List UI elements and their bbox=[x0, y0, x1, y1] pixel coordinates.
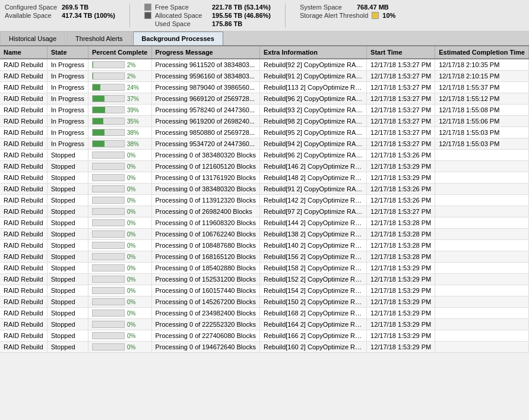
progress-label: 0% bbox=[127, 186, 142, 192]
cell-start-time: 12/17/18 1:53:27 PM bbox=[367, 105, 435, 116]
cell-state: In Progress bbox=[47, 138, 88, 150]
cell-est-completion bbox=[435, 308, 529, 319]
table-row: RAID RebuildStopped0%Processing 0 of 160… bbox=[0, 285, 529, 296]
progress-bar-fill bbox=[93, 107, 105, 113]
cell-progress-msg: Processing 0 of 121605120 Blocks bbox=[151, 161, 259, 172]
progress-label: 0% bbox=[127, 197, 142, 204]
cell-progress-msg: Processing 0 of 108487680 Blocks bbox=[151, 240, 259, 251]
progress-bar-bg bbox=[92, 84, 125, 91]
progress-label: 0% bbox=[127, 231, 142, 238]
cell-name: RAID Rebuild bbox=[0, 330, 47, 342]
system-space-section: System Space 768.47 MB Storage Alert Thr… bbox=[300, 4, 395, 19]
cell-start-time: 12/17/18 1:53:27 PM bbox=[367, 82, 435, 93]
progress-label: 0% bbox=[127, 288, 142, 294]
progress-label: 0% bbox=[127, 344, 142, 350]
cell-name: RAID Rebuild bbox=[0, 59, 47, 71]
progress-label: 0% bbox=[127, 209, 142, 215]
cell-percent: 0% bbox=[88, 296, 151, 308]
cell-progress-msg: Processing 0 of 131761920 Blocks bbox=[151, 172, 259, 184]
cell-state: In Progress bbox=[47, 93, 88, 105]
cell-percent: 0% bbox=[88, 342, 151, 353]
progress-bar-fill bbox=[93, 141, 104, 147]
progress-bar-bg bbox=[92, 72, 125, 80]
progress-bar-fill bbox=[93, 118, 104, 124]
used-space-value: 175.86 TB bbox=[212, 20, 242, 27]
progress-label: 2% bbox=[127, 62, 142, 68]
cell-name: RAID Rebuild bbox=[0, 217, 47, 229]
cell-extra: Rebuild[97 2] CopyOptimize RAID... bbox=[259, 206, 366, 217]
table-container: Name State Percent Complete Progress Mes… bbox=[0, 46, 529, 353]
cell-name: RAID Rebuild bbox=[0, 285, 47, 296]
cell-est-completion bbox=[435, 240, 529, 251]
cell-extra: Rebuild[113 2] CopyOptimize RAI... bbox=[259, 82, 366, 93]
cell-progress-msg: Processing 9611520 of 3834803... bbox=[151, 59, 259, 71]
free-space-swatch bbox=[144, 4, 151, 11]
progress-bar-bg bbox=[92, 321, 125, 328]
cell-start-time: 12/17/18 1:53:29 PM bbox=[367, 263, 435, 274]
cell-percent: 35% bbox=[88, 116, 151, 127]
cell-percent: 0% bbox=[88, 161, 151, 172]
cell-name: RAID Rebuild bbox=[0, 82, 47, 93]
table-row: RAID RebuildStopped0%Processing 0 of 194… bbox=[0, 342, 529, 353]
cell-percent: 24% bbox=[88, 82, 151, 93]
cell-est-completion bbox=[435, 330, 529, 342]
cell-start-time: 12/17/18 1:53:27 PM bbox=[367, 206, 435, 217]
table-row: RAID RebuildStopped0%Processing 0 of 383… bbox=[0, 150, 529, 161]
cell-state: Stopped bbox=[47, 263, 88, 274]
tab-threshold[interactable]: Threshold Alerts bbox=[66, 31, 131, 45]
cell-name: RAID Rebuild bbox=[0, 127, 47, 138]
progress-bar-bg bbox=[92, 106, 125, 113]
cell-percent: 0% bbox=[88, 263, 151, 274]
cell-state: Stopped bbox=[47, 274, 88, 285]
cell-percent: 0% bbox=[88, 217, 151, 229]
cell-est-completion bbox=[435, 274, 529, 285]
cell-name: RAID Rebuild bbox=[0, 240, 47, 251]
cell-progress-msg: Processing 0 of 106762240 Blocks bbox=[151, 229, 259, 240]
progress-label: 24% bbox=[127, 84, 142, 91]
progress-label: 39% bbox=[127, 107, 142, 113]
cell-name: RAID Rebuild bbox=[0, 195, 47, 206]
cell-state: In Progress bbox=[47, 105, 88, 116]
cell-state: Stopped bbox=[47, 229, 88, 240]
cell-progress-msg: Processing 0 of 194672640 Blocks bbox=[151, 342, 259, 353]
cell-extra: Rebuild[164 2] CopyOptimize RAI... bbox=[259, 319, 366, 330]
cell-name: RAID Rebuild bbox=[0, 93, 47, 105]
cell-progress-msg: Processing 0 of 383480320 Blocks bbox=[151, 184, 259, 195]
progress-label: 0% bbox=[127, 254, 142, 260]
progress-bar-bg bbox=[92, 163, 125, 170]
cell-name: RAID Rebuild bbox=[0, 105, 47, 116]
cell-state: In Progress bbox=[47, 116, 88, 127]
cell-progress-msg: Processing 0 of 222552320 Blocks bbox=[151, 319, 259, 330]
cell-state: Stopped bbox=[47, 319, 88, 330]
cell-est-completion bbox=[435, 251, 529, 263]
free-space-value: 221.78 TB (53.14%) bbox=[212, 4, 271, 11]
cell-start-time: 12/17/18 1:53:28 PM bbox=[367, 217, 435, 229]
col-start: Start Time bbox=[367, 46, 435, 59]
progress-bar-bg bbox=[92, 242, 125, 249]
table-row: RAID RebuildStopped0%Processing 0 of 222… bbox=[0, 319, 529, 330]
cell-progress-msg: Processing 0 of 119608320 Blocks bbox=[151, 217, 259, 229]
cell-est-completion bbox=[435, 172, 529, 184]
tab-historical[interactable]: Historical Usage bbox=[0, 31, 65, 45]
table-body: RAID RebuildIn Progress2%Processing 9611… bbox=[0, 59, 529, 353]
progress-bar-bg bbox=[92, 129, 125, 136]
cell-state: Stopped bbox=[47, 161, 88, 172]
cell-start-time: 12/17/18 1:53:27 PM bbox=[367, 116, 435, 127]
cell-name: RAID Rebuild bbox=[0, 116, 47, 127]
tabs-bar: Historical Usage Threshold Alerts Backgr… bbox=[0, 31, 529, 46]
free-space-label: Free Space bbox=[155, 4, 208, 11]
cell-est-completion bbox=[435, 263, 529, 274]
progress-bar-bg bbox=[92, 287, 125, 294]
cell-est-completion: 12/17/18 1:55:06 PM bbox=[435, 116, 529, 127]
table-row: RAID RebuildIn Progress24%Processing 987… bbox=[0, 82, 529, 93]
tab-background[interactable]: Background Processes bbox=[133, 31, 223, 45]
cell-name: RAID Rebuild bbox=[0, 296, 47, 308]
cell-percent: 0% bbox=[88, 240, 151, 251]
cell-extra: Rebuild[95 2] CopyOptimize RAID... bbox=[259, 127, 366, 138]
cell-name: RAID Rebuild bbox=[0, 229, 47, 240]
progress-bar-bg bbox=[92, 95, 125, 102]
table-row: RAID RebuildIn Progress37%Processing 966… bbox=[0, 93, 529, 105]
table-row: RAID RebuildStopped0%Processing 0 of 131… bbox=[0, 172, 529, 184]
table-row: RAID RebuildStopped0%Processing 0 of 119… bbox=[0, 217, 529, 229]
cell-extra: Rebuild[91 2] CopyOptimize RAID... bbox=[259, 184, 366, 195]
